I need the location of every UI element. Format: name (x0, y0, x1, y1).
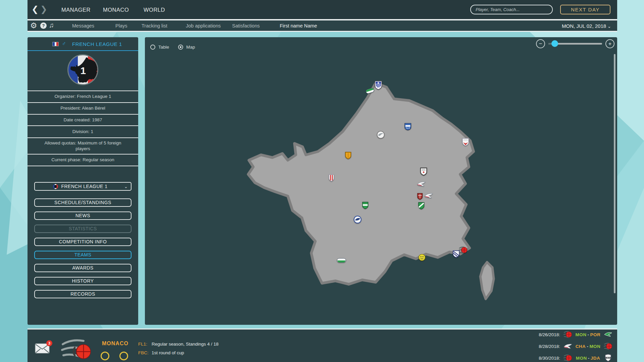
map-marker-ball-red-17[interactable] (459, 246, 468, 255)
map-marker-eagle-white-10[interactable] (424, 193, 433, 200)
competition-text: 1st round of cup (152, 350, 184, 355)
home-team-logo (564, 354, 572, 362)
menu-item-job-applications[interactable]: Job applications (186, 23, 221, 28)
sidebar-item-records[interactable]: RECORDS (34, 290, 131, 298)
league-title: FRENCH LEAGUE 1 (72, 41, 122, 47)
teams-map-panel: Table Map − + (145, 37, 617, 325)
music-note-icon[interactable]: ♫ (49, 21, 54, 29)
competition-code: FBC: (138, 350, 152, 355)
help-icon[interactable]: ? (40, 22, 47, 29)
france-flag-icon (52, 42, 59, 46)
claw-basketball-logo[interactable] (61, 338, 94, 362)
search-input[interactable] (470, 5, 553, 14)
zoom-in-icon[interactable]: + (605, 39, 614, 48)
match-teams: MON-POR (572, 332, 604, 337)
map-scrollbar[interactable] (614, 54, 615, 293)
away-team-logo (604, 342, 612, 351)
radio-map-label[interactable]: Map (186, 45, 195, 50)
competition-code: FL1: (138, 342, 152, 347)
sidebar-item-schedule-standings[interactable]: SCHEDULE/STANDINGS (34, 198, 131, 207)
map-marker-shield-orange-5[interactable] (345, 152, 352, 161)
away-team-logo (604, 354, 612, 362)
map-marker-eagle-white-8[interactable] (417, 181, 426, 188)
club-name[interactable]: MONACO (102, 341, 128, 347)
map-marker-shield-blue-dots-2[interactable] (404, 123, 412, 132)
male-symbol-icon: ♂ (62, 40, 66, 47)
map-marker-circle-bird-gray-3[interactable] (377, 131, 385, 140)
menu-item-tracking-list[interactable]: Tracking list (142, 23, 167, 28)
game-window: ❮ ❯ MANAGER MONACO WORLD NEXT DAY ⚙ ? ♫ … (28, 0, 617, 362)
map-marker-circle-yellow-15[interactable] (418, 254, 426, 262)
tab-manager[interactable]: MANAGER (61, 7, 91, 13)
menu-item-satisfactions[interactable]: Satisfactions (232, 23, 260, 28)
map-marker-shield-green-diag-12[interactable] (418, 202, 425, 211)
upcoming-schedule: 8/26/2018: MON-POR 8/28/2018: CHA-MON 8/… (533, 330, 612, 362)
schedule-row[interactable]: 8/26/2018: MON-POR (533, 330, 612, 339)
schedule-row[interactable]: 8/30/2018: MON-JDA (533, 354, 612, 362)
menu-item-user-name[interactable]: First name Name (280, 23, 317, 28)
match-date: 8/30/2018: (533, 356, 560, 361)
chevron-down-icon: ⌄ (124, 184, 128, 189)
match-teams: CHA-MON (572, 344, 604, 349)
sidebar-item-history[interactable]: HISTORY (34, 277, 131, 285)
map-marker-shield-blue-striped-0[interactable] (374, 80, 382, 91)
sidebar-item-competition-info[interactable]: COMPETITION INFO (34, 238, 131, 246)
sidebar-item-news[interactable]: NEWS (34, 212, 131, 220)
info-row-date-created: Date created: 1987 (28, 114, 138, 125)
league-sidebar: ♂ FRENCH LEAGUE 1 1 Organizer: French Le… (28, 37, 138, 325)
map-marker-circle-blue-swoosh-13[interactable] (354, 216, 362, 225)
menu-item-plays[interactable]: Plays (115, 23, 127, 28)
info-row-quotas: Allowed quotas: Maximum of 5 foreign pla… (28, 137, 138, 154)
messages-count-badge: 3 (46, 340, 52, 346)
menu-item-messages[interactable]: Messages (72, 23, 94, 28)
zoom-out-icon[interactable]: − (536, 39, 545, 48)
map-zoom-control: − + (536, 39, 614, 48)
map-marker-capsule-green-1[interactable] (366, 88, 374, 95)
sidebar-item-teams[interactable]: TEAMS (34, 251, 131, 259)
league-info-list: Organizer: French League 1 President: Al… (28, 90, 138, 166)
map-markers-layer (145, 37, 617, 325)
map-marker-capsule-pau-14[interactable] (337, 258, 346, 264)
schedule-row[interactable]: 8/28/2018: CHA-MON (533, 342, 612, 351)
tab-monaco[interactable]: MONACO (103, 7, 129, 13)
top-bar: ❮ ❯ MANAGER MONACO WORLD NEXT DAY (28, 0, 617, 19)
chevron-down-icon: ⌄ (607, 24, 611, 29)
sidebar-item-statistics: STATISTICS (34, 225, 131, 233)
info-row-president: President: Alean Bérel (28, 102, 138, 114)
league-header: ♂ FRENCH LEAGUE 1 (28, 37, 138, 51)
league-mini-logo-icon (53, 184, 58, 189)
gold-ring-icon (119, 352, 128, 360)
gear-icon[interactable]: ⚙ (30, 21, 37, 30)
match-teams: MON-JDA (572, 356, 604, 361)
back-icon[interactable]: ❮ (32, 4, 39, 14)
radio-map[interactable] (178, 45, 183, 50)
info-row-phase: Current phase: Regular season (28, 154, 138, 166)
bottom-status-bar: 3 MONACO FL1:Regular season, Standings 4… (28, 328, 617, 362)
map-marker-shield-green-band-11[interactable] (362, 201, 369, 211)
next-day-button[interactable]: NEXT DAY (560, 5, 610, 14)
history-nav: ❮ ❯ (32, 4, 47, 14)
map-marker-shield-red-stripes-6[interactable] (328, 174, 334, 183)
map-marker-shield-white-trim-7[interactable] (420, 167, 427, 177)
menu-bar: ⚙ ? ♫ Messages Plays Tracking list Job a… (28, 20, 617, 32)
sidebar-item-awards[interactable]: AWARDS (34, 264, 131, 272)
competition-text: Regular season, Standings 4 / 18 (152, 342, 219, 347)
zoom-slider-handle[interactable] (551, 40, 558, 47)
competition-status-line: FBC:1st round of cup (138, 350, 184, 355)
match-date: 8/26/2018: (533, 332, 560, 337)
zoom-slider-track[interactable] (548, 43, 602, 45)
tab-world[interactable]: WORLD (144, 7, 165, 13)
league-logo-wrap: 1 (28, 51, 138, 90)
map-marker-shield-dark-red-9[interactable] (417, 193, 423, 201)
date-text: MON, JUL 02, 2018 (562, 23, 606, 29)
forward-icon[interactable]: ❯ (40, 4, 47, 14)
radio-table-label[interactable]: Table (158, 45, 169, 50)
competition-status-line: FL1:Regular season, Standings 4 / 18 (138, 342, 219, 347)
current-date-dropdown[interactable]: MON, JUL 02, 2018⌄ (562, 23, 611, 29)
away-team-logo (604, 330, 612, 339)
svg-text:1: 1 (80, 65, 86, 76)
radio-table[interactable] (150, 45, 155, 50)
league-select-dropdown[interactable]: FRENCH LEAGUE 1 ⌄ (34, 182, 131, 191)
map-marker-shield-red-bottom-4[interactable] (462, 138, 469, 148)
info-row-organizer: Organizer: French League 1 (28, 90, 138, 102)
